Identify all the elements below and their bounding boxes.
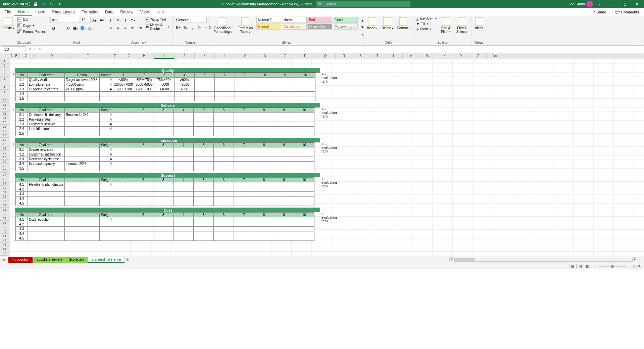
- cell[interactable]: [100, 231, 113, 236]
- cell[interactable]: [154, 96, 174, 101]
- cell[interactable]: [153, 157, 174, 162]
- cell[interactable]: [194, 147, 214, 152]
- bold-button[interactable]: B: [50, 25, 57, 32]
- cell[interactable]: [294, 152, 314, 157]
- cell[interactable]: [294, 192, 314, 197]
- cell[interactable]: [100, 187, 113, 192]
- cell[interactable]: [214, 113, 234, 117]
- cell-styles-gallery[interactable]: Normal 2 Normal Bad Good Neutral Calcula…: [256, 17, 358, 30]
- cell[interactable]: [113, 182, 133, 187]
- cell[interactable]: 4.2: [16, 222, 28, 227]
- cell[interactable]: [275, 87, 295, 92]
- redo-icon[interactable]: ↷: [49, 1, 54, 7]
- page-layout-view-icon[interactable]: ▤: [577, 264, 584, 269]
- cell[interactable]: [65, 201, 100, 206]
- cell[interactable]: 4: [100, 127, 113, 131]
- tab-help[interactable]: Help: [152, 8, 167, 16]
- cell[interactable]: [274, 231, 294, 236]
- increase-indent-icon[interactable]: ⇥: [137, 24, 144, 31]
- cell[interactable]: Outgoing reject rate: [28, 87, 65, 92]
- cell[interactable]: Packing status: [28, 117, 65, 122]
- user-account[interactable]: Joe Smith: [568, 1, 593, 7]
- cell[interactable]: 2.2: [16, 117, 28, 122]
- cell[interactable]: [174, 113, 194, 117]
- row-header[interactable]: 2: [0, 63, 9, 68]
- cell[interactable]: 3.5: [16, 166, 28, 171]
- cell[interactable]: [234, 157, 254, 162]
- insert-cells-button[interactable]: Insert: [366, 17, 379, 31]
- column-header[interactable]: I: [154, 53, 175, 59]
- search-box[interactable]: 🔍 Search: [316, 1, 410, 7]
- cell[interactable]: 4: [100, 182, 113, 187]
- undo-icon[interactable]: ↶: [41, 1, 46, 7]
- cell[interactable]: [174, 92, 194, 96]
- cell[interactable]: [294, 201, 314, 206]
- cell[interactable]: [255, 78, 275, 82]
- spreadsheet-grid[interactable]: ABCDEFGHIJKLMNOPQRSTUVWXYZAA 12345678910…: [0, 53, 644, 256]
- cell[interactable]: [214, 87, 235, 92]
- cell[interactable]: [133, 117, 153, 122]
- cell[interactable]: 3.3: [16, 157, 28, 162]
- add-sheet-button[interactable]: ⊕: [124, 258, 131, 261]
- cell[interactable]: 3.4: [16, 162, 28, 166]
- cell[interactable]: [274, 157, 294, 162]
- cell[interactable]: [113, 127, 133, 131]
- cell[interactable]: [153, 182, 174, 187]
- cell[interactable]: [133, 182, 153, 187]
- cell[interactable]: [113, 192, 133, 197]
- cell[interactable]: [234, 131, 254, 136]
- underline-button[interactable]: U: [65, 25, 72, 32]
- cell[interactable]: 10000~7000: [113, 82, 134, 87]
- cell[interactable]: [294, 222, 314, 227]
- cell[interactable]: [174, 166, 194, 171]
- close-icon[interactable]: ✕: [633, 1, 641, 7]
- cell[interactable]: [113, 96, 134, 101]
- tab-formulas[interactable]: Formulas: [78, 8, 102, 16]
- style-neutral[interactable]: Neutral: [256, 24, 281, 30]
- cell[interactable]: [133, 157, 153, 162]
- cell[interactable]: [194, 217, 214, 222]
- cell[interactable]: [28, 222, 65, 227]
- cell[interactable]: [100, 166, 113, 171]
- cell[interactable]: [65, 231, 100, 236]
- cell[interactable]: [174, 197, 194, 201]
- cell[interactable]: [133, 192, 153, 197]
- cell[interactable]: [194, 117, 214, 122]
- cell[interactable]: [133, 222, 153, 227]
- column-header[interactable]: Y: [453, 53, 470, 59]
- row-header[interactable]: 14: [0, 116, 9, 120]
- style-check-cell[interactable]: Check Cell: [307, 24, 332, 30]
- row-header[interactable]: 6: [0, 81, 9, 85]
- cell[interactable]: Decrease cycle time: [28, 157, 65, 162]
- cell[interactable]: 4: [100, 217, 113, 222]
- cell[interactable]: [113, 197, 133, 201]
- cell[interactable]: [153, 236, 174, 241]
- cell[interactable]: [234, 217, 254, 222]
- cell[interactable]: 4: [100, 152, 113, 157]
- row-header[interactable]: 29: [0, 181, 9, 186]
- row-header[interactable]: 1: [0, 59, 9, 63]
- cell[interactable]: [294, 127, 314, 131]
- cell[interactable]: [153, 227, 174, 231]
- cell[interactable]: [194, 201, 214, 206]
- decrease-font-icon[interactable]: A▾: [99, 17, 105, 24]
- cell[interactable]: 4: [100, 147, 113, 152]
- cell[interactable]: [153, 162, 174, 166]
- autosave-toggle[interactable]: AutoSave Off: [3, 2, 30, 6]
- cell[interactable]: [134, 96, 154, 101]
- cell[interactable]: [174, 131, 194, 136]
- row-header[interactable]: 40: [0, 229, 9, 234]
- cell[interactable]: [214, 236, 234, 241]
- increase-font-icon[interactable]: A▴: [91, 17, 98, 24]
- cell[interactable]: [28, 187, 65, 192]
- cell[interactable]: 1.3: [16, 87, 28, 92]
- cell[interactable]: [235, 78, 255, 82]
- cell[interactable]: [28, 96, 65, 101]
- cell[interactable]: [133, 187, 153, 192]
- tab-home[interactable]: Home: [14, 8, 32, 16]
- cell[interactable]: [194, 187, 214, 192]
- cell[interactable]: [214, 131, 234, 136]
- tab-view[interactable]: View: [137, 8, 152, 16]
- cell[interactable]: [100, 201, 113, 206]
- format-as-table-button[interactable]: Format as Table: [236, 17, 255, 34]
